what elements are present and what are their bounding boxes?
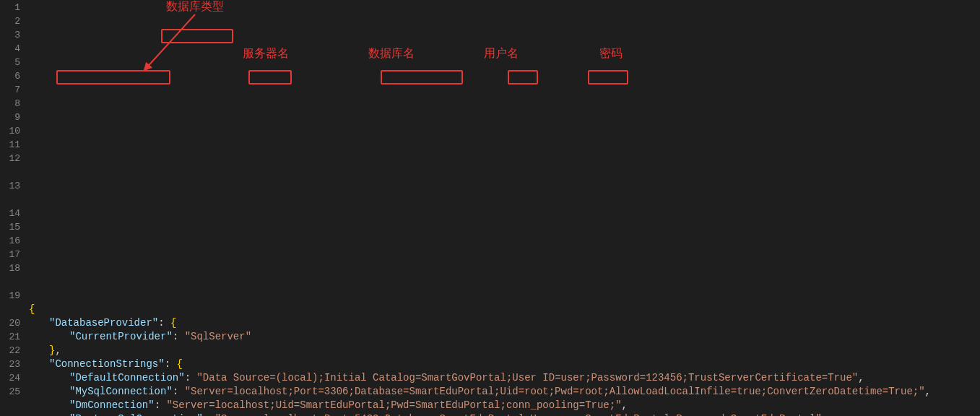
line-number: 4 bbox=[0, 42, 20, 56]
line-number: 1 bbox=[0, 1, 20, 14]
line-gutter: 1234567891011121314151617181920212223242… bbox=[0, 0, 29, 416]
line-number: 16 bbox=[0, 234, 20, 248]
annotation-db-name: 数据库名 bbox=[368, 46, 415, 60]
line-number: 10 bbox=[0, 124, 20, 138]
box-local bbox=[248, 70, 292, 84]
code-line[interactable]: "MySqlConnection": "Server=localhost;Por… bbox=[29, 385, 980, 399]
box-catalog bbox=[381, 70, 463, 84]
line-number: 18 bbox=[0, 261, 20, 289]
box-default-connection bbox=[56, 70, 170, 84]
line-number: 7 bbox=[0, 83, 20, 97]
code-line[interactable]: { bbox=[29, 303, 980, 316]
line-number: 21 bbox=[0, 330, 20, 344]
line-number: 25 bbox=[0, 385, 20, 399]
line-number: 2 bbox=[0, 14, 20, 28]
box-user bbox=[508, 70, 538, 84]
code-line[interactable]: "ConnectionStrings": { bbox=[29, 358, 980, 371]
annotation-server-name: 服务器名 bbox=[243, 46, 289, 60]
code-area[interactable]: 数据库类型 服务器名 数据库名 用户名 密码 {"DatabaseProvide… bbox=[29, 0, 980, 416]
box-sqlserver bbox=[161, 29, 233, 43]
code-editor[interactable]: 1234567891011121314151617181920212223242… bbox=[0, 0, 980, 416]
annotation-arrow bbox=[137, 11, 224, 76]
line-number: 8 bbox=[0, 97, 20, 110]
line-number: 20 bbox=[0, 316, 20, 330]
code-line[interactable]: "DmConnection": "Server=localhost;Uid=Sm… bbox=[29, 399, 980, 412]
line-number: 5 bbox=[0, 56, 20, 69]
line-number: 12 bbox=[0, 152, 20, 179]
line-number: 9 bbox=[0, 110, 20, 124]
line-number: 13 bbox=[0, 179, 20, 207]
code-line[interactable]: "PostgreSqlConnection": "Server=localhos… bbox=[29, 412, 980, 416]
svg-line-0 bbox=[144, 14, 195, 70]
line-number: 3 bbox=[0, 28, 20, 42]
box-password bbox=[588, 70, 628, 84]
code-line[interactable]: "CurrentProvider": "SqlServer" bbox=[29, 330, 980, 344]
line-number: 11 bbox=[0, 138, 20, 152]
line-number: 15 bbox=[0, 220, 20, 234]
code-line[interactable]: }, bbox=[29, 344, 980, 358]
line-number: 19 bbox=[0, 289, 20, 316]
line-number: 17 bbox=[0, 248, 20, 261]
line-number: 6 bbox=[0, 69, 20, 83]
line-number: 24 bbox=[0, 371, 20, 385]
annotation-password: 密码 bbox=[599, 46, 623, 60]
line-number: 23 bbox=[0, 358, 20, 371]
line-number: 14 bbox=[0, 207, 20, 220]
code-line[interactable]: "DefaultConnection": "Data Source=(local… bbox=[29, 371, 980, 385]
annotation-user-name: 用户名 bbox=[484, 46, 519, 60]
line-number: 22 bbox=[0, 344, 20, 358]
code-line[interactable]: "DatabaseProvider": { bbox=[29, 316, 980, 330]
annotation-db-type: 数据库类型 bbox=[166, 0, 224, 13]
